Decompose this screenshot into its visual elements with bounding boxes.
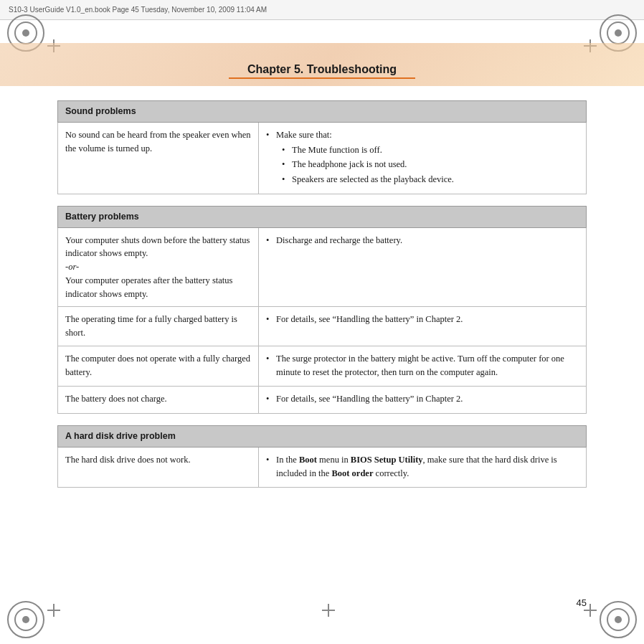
sound-solution-1: Make sure that: The Mute function is off… bbox=[259, 122, 587, 194]
harddisk-section-label: A hard disk drive problem bbox=[58, 426, 587, 448]
sound-sub-list: The Mute function is off. The headphone … bbox=[282, 143, 579, 186]
corner-dot-br bbox=[615, 616, 622, 623]
battery-solution-1: Discharge and recharge the battery. bbox=[259, 227, 587, 307]
battery-section-header-row: Battery problems bbox=[58, 206, 587, 227]
corner-inner-tl bbox=[14, 22, 37, 44]
battery-problems-table: Battery problems Your computer shuts dow… bbox=[57, 206, 587, 414]
sound-solution-item-1: Make sure that: The Mute function is off… bbox=[266, 128, 579, 186]
sound-problem-1: No sound can be heard from the speaker e… bbox=[58, 122, 259, 194]
page-number: 45 bbox=[577, 597, 587, 608]
battery-solution-list-1: Discharge and recharge the battery. bbox=[266, 234, 579, 247]
battery-solution-item-1: Discharge and recharge the battery. bbox=[266, 234, 579, 247]
battery-solution-list-3: The surge protector in the battery might… bbox=[266, 352, 579, 379]
battery-row-3: The computer does not operate with a ful… bbox=[58, 346, 587, 387]
cross-bl bbox=[47, 604, 60, 617]
harddisk-table: A hard disk drive problem The hard disk … bbox=[57, 425, 587, 488]
sound-sub-item-2: The headphone jack is not used. bbox=[282, 158, 579, 171]
battery-row-2: The operating time for a fully charged b… bbox=[58, 307, 587, 346]
corner-decoration-br bbox=[600, 601, 637, 638]
corner-inner-bl bbox=[14, 608, 37, 631]
header-bar: S10-3 UserGuide V1.0_en.book Page 45 Tue… bbox=[0, 0, 644, 20]
battery-solution-4: For details, see “Handling the battery” … bbox=[259, 387, 587, 414]
chapter-title-area: Chapter 5. Troubleshooting bbox=[0, 63, 644, 76]
sound-problems-table: Sound problems No sound can be heard fro… bbox=[57, 100, 587, 194]
corner-dot-tr bbox=[615, 29, 622, 37]
chapter-title-underline bbox=[229, 77, 415, 79]
sound-sub-item-1: The Mute function is off. bbox=[282, 143, 579, 157]
harddisk-row-1: The hard disk drive does not work. In th… bbox=[58, 447, 587, 488]
header-text: S10-3 UserGuide V1.0_en.book Page 45 Tue… bbox=[9, 6, 267, 14]
battery-problem-4: The battery does not charge. bbox=[58, 387, 259, 414]
battery-solution-item-3: The surge protector in the battery might… bbox=[266, 352, 579, 379]
battery-problem-3: The computer does not operate with a ful… bbox=[58, 346, 259, 387]
battery-row-1: Your computer shuts down before the batt… bbox=[58, 227, 587, 307]
sound-section-header-row: Sound problems bbox=[58, 101, 587, 123]
harddisk-problem-1: The hard disk drive does not work. bbox=[58, 447, 259, 488]
sound-sub-item-3: Speakers are selected as the playback de… bbox=[282, 173, 579, 186]
battery-solution-2: For details, see “Handling the battery” … bbox=[259, 307, 587, 346]
harddisk-solution-list-1: In the Boot menu in BIOS Setup Utility, … bbox=[266, 453, 579, 480]
harddisk-solution-1: In the Boot menu in BIOS Setup Utility, … bbox=[259, 447, 587, 488]
sound-section-label: Sound problems bbox=[58, 101, 587, 123]
chapter-title: Chapter 5. Troubleshooting bbox=[247, 63, 397, 75]
corner-inner-tr bbox=[607, 22, 630, 44]
corner-dot-bl bbox=[22, 616, 29, 623]
cross-bm bbox=[322, 604, 335, 617]
battery-section-label: Battery problems bbox=[58, 206, 587, 227]
corner-dot-tl bbox=[22, 29, 29, 37]
battery-row-4: The battery does not charge. For details… bbox=[58, 387, 587, 414]
battery-solution-item-2: For details, see “Handling the battery” … bbox=[266, 313, 579, 326]
battery-problem-1: Your computer shuts down before the batt… bbox=[58, 227, 259, 307]
harddisk-solution-item-1: In the Boot menu in BIOS Setup Utility, … bbox=[266, 453, 579, 480]
battery-solution-item-4: For details, see “Handling the battery” … bbox=[266, 392, 579, 406]
battery-solution-list-4: For details, see “Handling the battery” … bbox=[266, 392, 579, 406]
corner-decoration-bl bbox=[7, 601, 44, 638]
sound-row-1: No sound can be heard from the speaker e… bbox=[58, 122, 587, 194]
harddisk-section-header-row: A hard disk drive problem bbox=[58, 426, 587, 448]
sound-solution-list-1: Make sure that: The Mute function is off… bbox=[266, 128, 579, 186]
corner-inner-br bbox=[607, 608, 630, 631]
battery-solution-3: The surge protector in the battery might… bbox=[259, 346, 587, 387]
content-area: Sound problems No sound can be heard fro… bbox=[57, 100, 587, 587]
battery-solution-list-2: For details, see “Handling the battery” … bbox=[266, 313, 579, 326]
battery-problem-2: The operating time for a fully charged b… bbox=[58, 307, 259, 346]
